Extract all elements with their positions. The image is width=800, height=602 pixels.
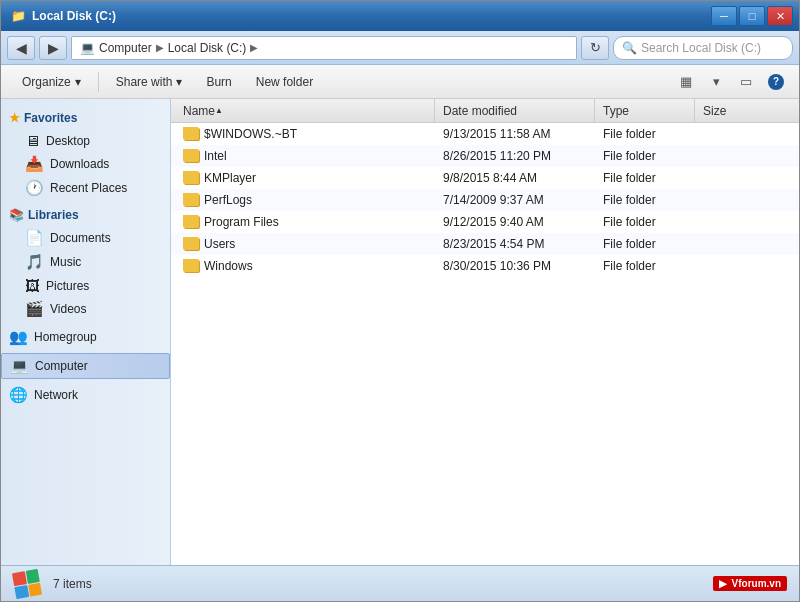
content-area: Name Date modified Type Size $WINDOWS.~B… [171, 99, 799, 565]
file-list: $WINDOWS.~BT 9/13/2015 11:58 AM File fol… [171, 123, 799, 565]
music-icon: 🎵 [25, 253, 44, 271]
table-row[interactable]: KMPlayer 9/8/2015 8:44 AM File folder [171, 167, 799, 189]
status-win-logo [13, 570, 41, 598]
close-button[interactable]: ✕ [767, 6, 793, 26]
burn-button[interactable]: Burn [195, 69, 242, 95]
sidebar-item-homegroup[interactable]: 👥 Homegroup [1, 325, 170, 349]
window: 📁 Local Disk (C:) ─ □ ✕ ◀ ▶ 💻 Computer ▶… [0, 0, 800, 602]
sidebar-item-network[interactable]: 🌐 Network [1, 383, 170, 407]
title-bar: 📁 Local Disk (C:) ─ □ ✕ [1, 1, 799, 31]
sidebar-item-desktop[interactable]: 🖥 Desktop [1, 129, 170, 152]
share-with-arrow: ▾ [176, 75, 182, 89]
pictures-label: Pictures [46, 279, 89, 293]
desktop-label: Desktop [46, 134, 90, 148]
vforum-brand: ▶ Vforum.vn [713, 576, 787, 591]
toolbar: Organize ▾ Share with ▾ Burn New folder … [1, 65, 799, 99]
search-box[interactable]: 🔍 Search Local Disk (C:) [613, 36, 793, 60]
network-icon: 🌐 [9, 386, 28, 404]
view-list-button[interactable]: ▦ [673, 69, 699, 95]
status-right: ▶ Vforum.vn [713, 576, 787, 591]
address-icon: 💻 [80, 41, 95, 55]
help-icon: ? [768, 74, 784, 90]
table-row[interactable]: Users 8/23/2015 4:54 PM File folder [171, 233, 799, 255]
minimize-button[interactable]: ─ [711, 6, 737, 26]
col-header-size[interactable]: Size [695, 99, 775, 122]
file-name: Users [204, 237, 235, 251]
sidebar-item-computer[interactable]: 💻 Computer [1, 353, 170, 379]
file-date: 7/14/2009 9:37 AM [443, 193, 544, 207]
file-date-cell: 9/13/2015 11:58 AM [435, 127, 595, 141]
file-date: 9/13/2015 11:58 AM [443, 127, 550, 141]
downloads-label: Downloads [50, 157, 109, 171]
col-size-label: Size [703, 104, 726, 118]
address-segment-computer[interactable]: Computer [99, 41, 152, 55]
item-count: 7 items [53, 577, 92, 591]
table-row[interactable]: PerfLogs 7/14/2009 9:37 AM File folder [171, 189, 799, 211]
window-controls: ─ □ ✕ [711, 6, 793, 26]
col-header-name[interactable]: Name [175, 99, 435, 122]
sidebar-libraries-header[interactable]: 📚 Libraries [1, 204, 170, 226]
file-type-cell: File folder [595, 171, 695, 185]
file-date: 8/26/2015 11:20 PM [443, 149, 551, 163]
view-details-button[interactable]: ▾ [703, 69, 729, 95]
table-row[interactable]: Program Files 9/12/2015 9:40 AM File fol… [171, 211, 799, 233]
help-button[interactable]: ? [763, 69, 789, 95]
organize-button[interactable]: Organize ▾ [11, 69, 92, 95]
file-type-cell: File folder [595, 215, 695, 229]
file-type: File folder [603, 193, 656, 207]
address-bar: ◀ ▶ 💻 Computer ▶ Local Disk (C:) ▶ ↻ 🔍 S… [1, 31, 799, 65]
address-path[interactable]: 💻 Computer ▶ Local Disk (C:) ▶ [71, 36, 577, 60]
table-row[interactable]: Intel 8/26/2015 11:20 PM File folder [171, 145, 799, 167]
sidebar-item-music[interactable]: 🎵 Music [1, 250, 170, 274]
file-type: File folder [603, 215, 656, 229]
col-header-type[interactable]: Type [595, 99, 695, 122]
file-name: PerfLogs [204, 193, 252, 207]
file-name: $WINDOWS.~BT [204, 127, 297, 141]
music-label: Music [50, 255, 81, 269]
file-type-cell: File folder [595, 237, 695, 251]
view-arrow: ▾ [713, 74, 720, 89]
table-row[interactable]: Windows 8/30/2015 10:36 PM File folder [171, 255, 799, 277]
table-row[interactable]: $WINDOWS.~BT 9/13/2015 11:58 AM File fol… [171, 123, 799, 145]
pictures-icon: 🖼 [25, 277, 40, 294]
folder-icon [183, 215, 199, 228]
file-name-cell: PerfLogs [175, 193, 435, 207]
file-date-cell: 7/14/2009 9:37 AM [435, 193, 595, 207]
sidebar-item-pictures[interactable]: 🖼 Pictures [1, 274, 170, 297]
toolbar-separator-1 [98, 72, 99, 92]
preview-pane-button[interactable]: ▭ [733, 69, 759, 95]
sidebar-item-documents[interactable]: 📄 Documents [1, 226, 170, 250]
folder-icon [183, 127, 199, 140]
col-header-date[interactable]: Date modified [435, 99, 595, 122]
file-type: File folder [603, 237, 656, 251]
sidebar-item-recent-places[interactable]: 🕐 Recent Places [1, 176, 170, 200]
file-name-cell: Users [175, 237, 435, 251]
new-folder-button[interactable]: New folder [245, 69, 324, 95]
win-logo-q4 [28, 582, 42, 596]
sidebar-favorites-header[interactable]: ★ Favorites [1, 107, 170, 129]
recent-places-label: Recent Places [50, 181, 127, 195]
view-list-icon: ▦ [680, 74, 692, 89]
folder-icon [183, 171, 199, 184]
sidebar-section-favorites: ★ Favorites 🖥 Desktop 📥 Downloads 🕐 Rece… [1, 107, 170, 200]
sidebar-item-downloads[interactable]: 📥 Downloads [1, 152, 170, 176]
file-name-cell: KMPlayer [175, 171, 435, 185]
win-logo-q1 [12, 571, 26, 585]
win-logo-q2 [25, 568, 39, 582]
sidebar-item-videos[interactable]: 🎬 Videos [1, 297, 170, 321]
folder-icon [183, 149, 199, 162]
share-with-button[interactable]: Share with ▾ [105, 69, 194, 95]
file-type-cell: File folder [595, 193, 695, 207]
file-name-cell: $WINDOWS.~BT [175, 127, 435, 141]
favorites-label: Favorites [24, 111, 77, 125]
downloads-icon: 📥 [25, 155, 44, 173]
sidebar-section-homegroup: 👥 Homegroup [1, 325, 170, 349]
file-date: 9/12/2015 9:40 AM [443, 215, 544, 229]
back-button[interactable]: ◀ [7, 36, 35, 60]
maximize-button[interactable]: □ [739, 6, 765, 26]
refresh-button[interactable]: ↻ [581, 36, 609, 60]
file-date-cell: 8/23/2015 4:54 PM [435, 237, 595, 251]
address-segment-drive[interactable]: Local Disk (C:) [168, 41, 247, 55]
toolbar-right: ▦ ▾ ▭ ? [673, 69, 789, 95]
forward-button[interactable]: ▶ [39, 36, 67, 60]
